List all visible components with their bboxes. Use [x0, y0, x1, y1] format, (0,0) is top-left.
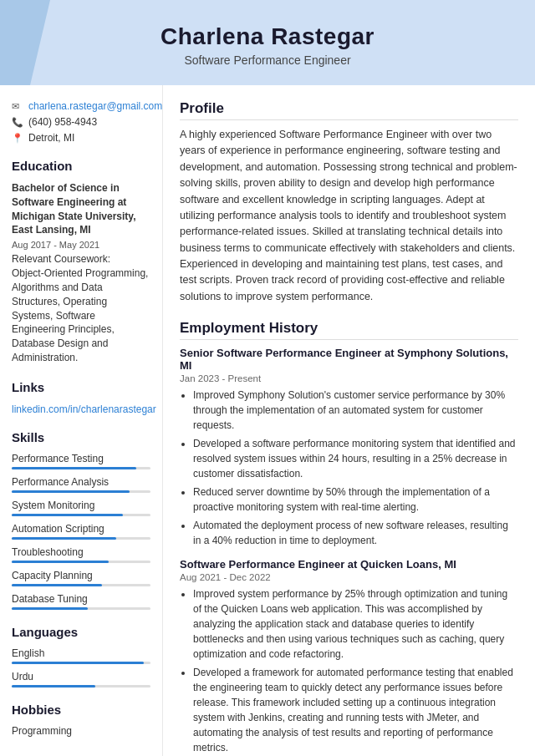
language-bar-bg: [12, 685, 150, 688]
contact-section: ✉ charlena.rastegar@gmail.com 📞 (640) 95…: [12, 100, 150, 144]
skill-name: Troubleshooting: [12, 546, 150, 558]
job-bullets: Improved system performance by 25% throu…: [180, 586, 518, 756]
hobbies-section: Hobbies Programming: [12, 703, 150, 737]
skill-bar-fill: [12, 607, 88, 610]
skill-bar-fill: [12, 490, 130, 493]
skill-item: Troubleshooting: [12, 546, 150, 563]
candidate-name: Charlena Rastegar: [17, 23, 518, 50]
skill-name: Performance Analysis: [12, 476, 150, 488]
job-bullet: Developed a software performance monitor…: [193, 436, 518, 481]
skill-item: Performance Testing: [12, 453, 150, 469]
language-item: Urdu: [12, 671, 150, 688]
job-date: Aug 2021 - Dec 2022: [180, 572, 518, 582]
languages-section: Languages English Urdu: [12, 625, 150, 688]
skills-section-title: Skills: [12, 430, 150, 444]
skill-name: Performance Testing: [12, 453, 150, 464]
languages-list: English Urdu: [12, 647, 150, 688]
skill-name: System Monitoring: [12, 500, 150, 511]
body-layout: ✉ charlena.rastegar@gmail.com 📞 (640) 95…: [0, 85, 535, 756]
skill-bar-fill: [12, 514, 123, 516]
skill-bar-fill: [12, 467, 136, 469]
employment-section: Employment History Senior Software Perfo…: [180, 320, 518, 756]
language-name: English: [12, 647, 150, 659]
skill-bar-fill: [12, 561, 109, 563]
job-title: Software Performance Engineer at Quicken…: [180, 558, 518, 571]
location-text: Detroit, MI: [28, 132, 74, 144]
email-icon: ✉: [12, 101, 23, 112]
email-link[interactable]: charlena.rastegar@gmail.com: [28, 100, 162, 112]
language-name: Urdu: [12, 671, 150, 682]
skill-bar-bg: [12, 584, 150, 586]
education-degree: Bachelor of Science in Software Engineer…: [12, 181, 150, 237]
skill-item: Performance Analysis: [12, 476, 150, 493]
location-icon: 📍: [12, 133, 23, 144]
skill-bar-fill: [12, 537, 116, 540]
job-bullet: Improved system performance by 25% throu…: [193, 586, 518, 662]
education-section: Education Bachelor of Science in Softwar…: [12, 159, 150, 365]
skill-bar-bg: [12, 537, 150, 540]
job-bullet: Developed a framework for automated perf…: [193, 665, 518, 755]
skill-bar-bg: [12, 490, 150, 493]
education-courses-label: Relevant Coursework:: [12, 253, 150, 265]
links-section-title: Links: [12, 380, 150, 394]
language-bar-bg: [12, 662, 150, 664]
jobs-list: Senior Software Performance Engineer at …: [180, 347, 518, 756]
phone-item: 📞 (640) 958-4943: [12, 116, 150, 128]
skill-bar-bg: [12, 514, 150, 516]
language-bar-fill: [12, 685, 95, 688]
job-bullets: Improved Symphony Solution's customer se…: [180, 388, 518, 548]
job-bullet: Improved Symphony Solution's customer se…: [193, 388, 518, 433]
skill-name: Automation Scripting: [12, 523, 150, 535]
phone-icon: 📞: [12, 117, 23, 128]
skill-bar-fill: [12, 584, 102, 586]
skills-list: Performance Testing Performance Analysis…: [12, 453, 150, 610]
skill-item: Database Tuning: [12, 593, 150, 610]
employment-section-title: Employment History: [180, 320, 518, 340]
profile-section-title: Profile: [180, 100, 518, 120]
languages-section-title: Languages: [12, 625, 150, 639]
job-date: Jan 2023 - Present: [180, 373, 518, 383]
sidebar: ✉ charlena.rastegar@gmail.com 📞 (640) 95…: [0, 85, 163, 756]
job-title: Senior Software Performance Engineer at …: [180, 347, 518, 372]
links-section: Links linkedin.com/in/charlenarastegar: [12, 380, 150, 415]
education-section-title: Education: [12, 159, 150, 173]
skill-item: Automation Scripting: [12, 523, 150, 540]
job-bullet: Reduced server downtime by 50% through t…: [193, 485, 518, 515]
profile-section: Profile A highly experienced Software Pe…: [180, 100, 518, 305]
header: Charlena Rastegar Software Performance E…: [0, 0, 535, 85]
skill-item: Capacity Planning: [12, 570, 150, 586]
job-bullet: Automated the deployment process of new …: [193, 518, 518, 548]
email-item: ✉ charlena.rastegar@gmail.com: [12, 100, 150, 112]
skill-item: System Monitoring: [12, 500, 150, 516]
language-bar-fill: [12, 662, 144, 664]
job-entry: Software Performance Engineer at Quicken…: [180, 558, 518, 756]
profile-text: A highly experienced Software Performanc…: [180, 127, 518, 305]
skill-bar-bg: [12, 467, 150, 469]
phone-number: (640) 958-4943: [28, 116, 97, 128]
skill-name: Database Tuning: [12, 593, 150, 605]
hobby-item: Programming: [12, 725, 150, 737]
hobbies-list: Programming: [12, 725, 150, 737]
skills-section: Skills Performance Testing Performance A…: [12, 430, 150, 610]
location-item: 📍 Detroit, MI: [12, 132, 150, 144]
language-item: English: [12, 647, 150, 664]
candidate-title: Software Performance Engineer: [17, 53, 518, 67]
job-entry: Senior Software Performance Engineer at …: [180, 347, 518, 548]
hobbies-section-title: Hobbies: [12, 703, 150, 717]
linkedin-link[interactable]: linkedin.com/in/charlenarastegar: [12, 403, 156, 415]
skill-bar-bg: [12, 561, 150, 563]
main-content: Profile A highly experienced Software Pe…: [163, 85, 535, 756]
skill-bar-bg: [12, 607, 150, 610]
education-date: Aug 2017 - May 2021: [12, 240, 150, 250]
skill-name: Capacity Planning: [12, 570, 150, 581]
education-courses: Object-Oriented Programming, Algorithms …: [12, 266, 150, 365]
